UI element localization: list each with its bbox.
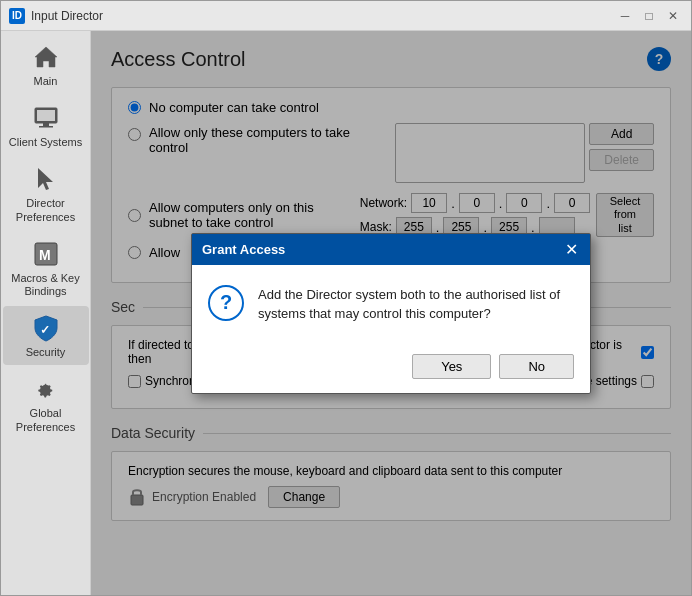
- monitor-icon: [30, 102, 62, 134]
- sidebar-item-macros[interactable]: M Macros & Key Bindings: [3, 232, 89, 304]
- sidebar-item-security-label: Security: [26, 346, 66, 359]
- svg-rect-2: [37, 110, 55, 121]
- modal-close-button[interactable]: ✕: [563, 240, 580, 259]
- shield-icon: ✓: [30, 312, 62, 344]
- sidebar-item-global-preferences[interactable]: Global Preferences: [3, 367, 89, 439]
- cursor-icon: [30, 163, 62, 195]
- sidebar-item-main[interactable]: Main: [3, 35, 89, 94]
- main-layout: Main Client Systems: [1, 31, 691, 595]
- sidebar-item-global-preferences-label: Global Preferences: [7, 407, 85, 433]
- title-bar-text: Input Director: [31, 9, 615, 23]
- modal-overlay: Grant Access ✕ ? Add the Director system…: [91, 31, 691, 595]
- modal-footer: Yes No: [192, 344, 590, 393]
- svg-text:M: M: [39, 247, 51, 263]
- svg-marker-0: [35, 47, 57, 67]
- content-area: Access Control ? No computer can take co…: [91, 31, 691, 595]
- title-bar: ID Input Director ─ □ ✕: [1, 1, 691, 31]
- minimize-button[interactable]: ─: [615, 6, 635, 26]
- title-bar-controls: ─ □ ✕: [615, 6, 683, 26]
- app-window: ID Input Director ─ □ ✕ Main: [0, 0, 692, 596]
- svg-text:✓: ✓: [40, 323, 50, 337]
- modal-body: ? Add the Director system both to the au…: [192, 265, 590, 344]
- modal-title: Grant Access: [202, 242, 285, 257]
- sidebar-item-macros-label: Macros & Key Bindings: [7, 272, 85, 298]
- modal-no-button[interactable]: No: [499, 354, 574, 379]
- svg-rect-3: [43, 123, 49, 126]
- sidebar-item-client-systems[interactable]: Client Systems: [3, 96, 89, 155]
- modal-message: Add the Director system both to the auth…: [258, 285, 574, 324]
- gear-icon: [30, 373, 62, 405]
- sidebar-item-security[interactable]: ✓ Security: [3, 306, 89, 365]
- app-icon: ID: [9, 8, 25, 24]
- sidebar-item-client-systems-label: Client Systems: [9, 136, 82, 149]
- modal-title-bar: Grant Access ✕: [192, 234, 590, 265]
- modal-yes-button[interactable]: Yes: [412, 354, 491, 379]
- svg-marker-5: [38, 168, 53, 190]
- sidebar: Main Client Systems: [1, 31, 91, 595]
- modal-info-icon: ?: [208, 285, 244, 321]
- svg-rect-4: [39, 126, 53, 128]
- house-icon: [30, 41, 62, 73]
- close-button[interactable]: ✕: [663, 6, 683, 26]
- macro-icon: M: [30, 238, 62, 270]
- sidebar-item-director-preferences[interactable]: Director Preferences: [3, 157, 89, 229]
- sidebar-item-director-preferences-label: Director Preferences: [7, 197, 85, 223]
- grant-access-modal: Grant Access ✕ ? Add the Director system…: [191, 233, 591, 394]
- maximize-button[interactable]: □: [639, 6, 659, 26]
- sidebar-item-main-label: Main: [34, 75, 58, 88]
